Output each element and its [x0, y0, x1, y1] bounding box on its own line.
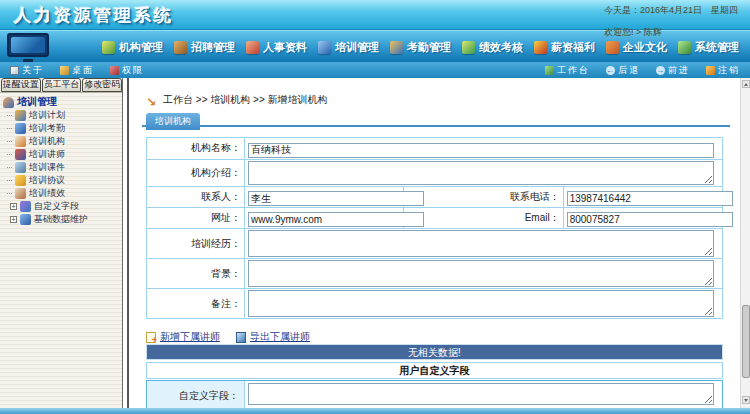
- org-management-icon: [102, 41, 115, 54]
- bottom-border-bar: [0, 408, 750, 414]
- workbench-link[interactable]: 工作台: [545, 64, 590, 77]
- company-culture-icon: [606, 41, 619, 54]
- phone-input[interactable]: [567, 191, 733, 206]
- welcome-text: 欢迎您! > 陈辉: [604, 27, 738, 38]
- custom-fields-icon: [20, 201, 31, 212]
- scroll-down-button[interactable]: [742, 396, 750, 404]
- training-person-icon: [3, 97, 14, 108]
- expand-plus-icon[interactable]: +: [10, 216, 17, 223]
- training-management-icon: [318, 41, 331, 54]
- contact-label: 联系人：: [147, 186, 245, 208]
- sidebar-item-training-lecturer[interactable]: 培训讲师: [3, 148, 122, 161]
- forward-arrow-icon: [656, 66, 665, 75]
- workbench-home-icon: [545, 66, 554, 75]
- nav-item-recruitment[interactable]: 招聘管理: [174, 40, 235, 55]
- nav-item-personnel-files[interactable]: 人事资料: [246, 40, 307, 55]
- sidebar-item-custom-fields[interactable]: + 自定义字段: [3, 200, 122, 213]
- custom-field-row: 自定义字段：: [146, 380, 723, 408]
- main-content: 工作台 >> 培训机构 >> 新增培训机构 培训机构 机构名称： 机构介绍： 联…: [129, 78, 740, 408]
- sidebar-item-training-plan[interactable]: 培训计划: [3, 109, 122, 122]
- contact-input[interactable]: [248, 191, 424, 206]
- nav-item-org-management[interactable]: 机构管理: [102, 40, 163, 55]
- custom-fields-section-title: 用户自定义字段: [146, 362, 723, 379]
- nav-item-salary-benefits[interactable]: 薪资福利: [534, 40, 595, 55]
- about-icon: [10, 66, 19, 75]
- about-link[interactable]: 关于: [10, 64, 44, 77]
- nav-item-system-management[interactable]: 系统管理: [678, 40, 739, 55]
- website-label: 网址：: [147, 208, 245, 229]
- nav-item-training-management[interactable]: 培训管理: [318, 40, 379, 55]
- table-row: 机构名称：: [147, 138, 723, 160]
- performance-icon: [462, 41, 475, 54]
- personnel-files-icon: [246, 41, 259, 54]
- org-intro-label: 机构介绍：: [147, 159, 245, 186]
- export-subordinate-teacher-link[interactable]: 导出下属讲师: [236, 330, 310, 344]
- institution-form: 机构名称： 机构介绍： 联系人： 联系电话： 网址： Email： 培训经历：: [146, 137, 723, 319]
- training-lecturer-icon: [15, 149, 26, 160]
- training-performance-icon: [15, 188, 26, 199]
- add-subordinate-teacher-link[interactable]: 新增下属讲师: [146, 330, 220, 344]
- remark-label: 备注：: [147, 289, 245, 319]
- page-tab-row: 培训机构: [142, 110, 730, 127]
- back-arrow-icon: [606, 66, 615, 75]
- training-attendance-icon: [15, 123, 26, 134]
- attendance-icon: [390, 41, 403, 54]
- back-link[interactable]: 后退: [606, 64, 640, 77]
- email-label: Email：: [404, 208, 563, 229]
- scroll-up-button[interactable]: [742, 80, 750, 88]
- teacher-actions: 新增下属讲师 导出下属讲师: [146, 330, 310, 344]
- phone-label: 联系电话：: [404, 186, 563, 208]
- sidebar-item-training-performance[interactable]: 培训绩效: [3, 187, 122, 200]
- salary-benefits-icon: [534, 41, 547, 54]
- export-icon: [236, 332, 246, 343]
- nav-item-performance[interactable]: 绩效考核: [462, 40, 523, 55]
- email-input[interactable]: [567, 212, 733, 227]
- app-title: 人力资源管理系统: [14, 4, 174, 27]
- sidebar-item-training-courseware[interactable]: 培训课件: [3, 161, 122, 174]
- recruitment-icon: [174, 41, 187, 54]
- header-info: 今天是：2016年4月21日 星期四 欢迎您! > 陈辉: [604, 5, 738, 38]
- nav-item-company-culture[interactable]: 企业文化: [606, 40, 667, 55]
- sidebar-section-training[interactable]: 培训管理: [3, 95, 122, 109]
- desktop-icon: [60, 66, 69, 75]
- nav-item-attendance[interactable]: 考勤管理: [390, 40, 451, 55]
- logout-link[interactable]: 注销: [706, 64, 740, 77]
- org-intro-textarea[interactable]: [248, 161, 714, 185]
- logout-icon: [706, 66, 715, 75]
- training-courseware-icon: [15, 162, 26, 173]
- permission-link[interactable]: 权限: [110, 64, 144, 77]
- expand-plus-icon[interactable]: +: [10, 203, 17, 210]
- tab-change-password[interactable]: 修改密码: [82, 78, 122, 92]
- training-institution-icon: [15, 136, 26, 147]
- date-text: 今天是：2016年4月21日 星期四: [604, 5, 738, 16]
- website-input[interactable]: [248, 212, 424, 227]
- sidebar-item-training-institution[interactable]: 培训机构: [3, 135, 122, 148]
- frame-splitter[interactable]: [122, 78, 129, 408]
- desktop-link[interactable]: 桌面: [60, 64, 94, 77]
- no-data-banner: 无相关数据!: [146, 344, 723, 360]
- tab-employee-platform[interactable]: 员工平台: [42, 78, 82, 92]
- training-agreement-icon: [15, 175, 26, 186]
- custom-field-textarea[interactable]: [248, 383, 714, 405]
- sidebar-tree: 培训管理 培训计划 培训考勤 培训机构 培训讲师 培训课件 培训协议 培训绩效: [0, 92, 122, 408]
- forward-link[interactable]: 前进: [656, 64, 690, 77]
- org-name-label: 机构名称：: [147, 138, 245, 160]
- experience-label: 培训经历：: [147, 229, 245, 259]
- table-row: 培训经历：: [147, 229, 723, 259]
- org-name-input[interactable]: [248, 143, 714, 158]
- tab-training-institution[interactable]: 培训机构: [146, 113, 200, 130]
- custom-field-label: 自定义字段：: [147, 381, 245, 408]
- add-document-icon: [146, 332, 156, 343]
- background-textarea[interactable]: [248, 260, 714, 287]
- scrollbar-thumb[interactable]: [742, 305, 750, 378]
- sidebar-item-training-agreement[interactable]: 培训协议: [3, 174, 122, 187]
- background-label: 背景：: [147, 259, 245, 289]
- experience-textarea[interactable]: [248, 230, 714, 257]
- remark-textarea[interactable]: [248, 290, 714, 317]
- tab-reminder-settings[interactable]: 提醒设置: [1, 78, 41, 92]
- vertical-scrollbar[interactable]: [740, 78, 750, 408]
- sidebar-item-base-data-maintenance[interactable]: + 基础数据维护: [3, 213, 122, 226]
- computer-monitor-icon: [7, 33, 49, 57]
- sidebar-item-training-attendance[interactable]: 培训考勤: [3, 122, 122, 135]
- system-management-icon: [678, 41, 691, 54]
